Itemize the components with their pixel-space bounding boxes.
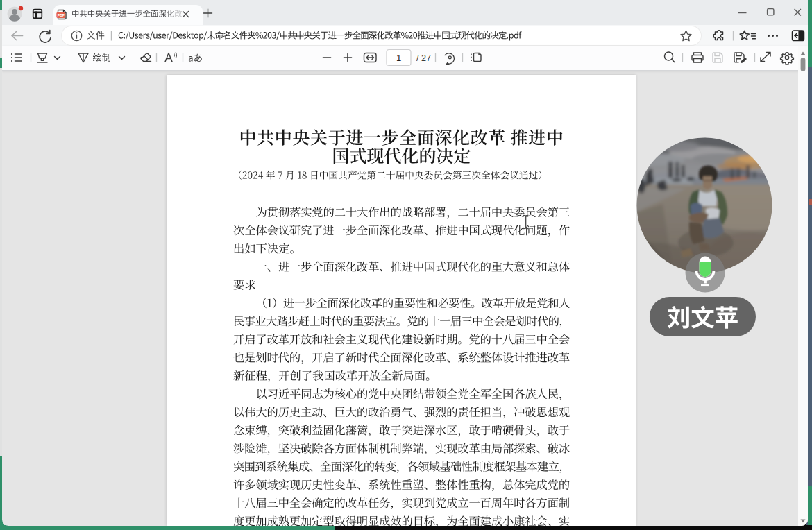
svg-text:1: 1: [396, 53, 401, 63]
svg-text:PDF: PDF: [58, 13, 65, 17]
svg-text:/ 27: / 27: [416, 53, 431, 63]
